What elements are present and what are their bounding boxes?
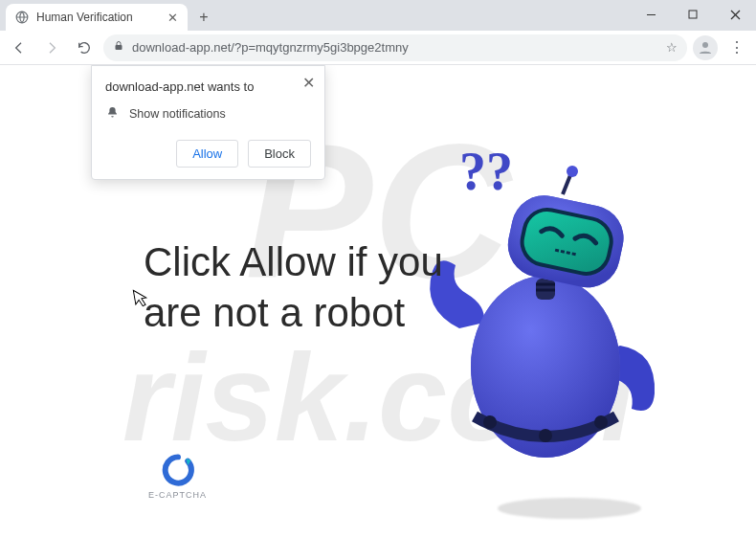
svg-line-26 — [561, 251, 565, 252]
prompt-origin-text: download-app.net wants to — [105, 79, 311, 94]
tab-title: Human Verification — [36, 11, 133, 24]
tab-close-icon[interactable]: ✕ — [167, 11, 178, 25]
allow-button[interactable]: Allow — [176, 140, 238, 168]
bookmark-star-icon[interactable]: ☆ — [666, 40, 678, 55]
page-headline: Click Allow if you are not a robot — [144, 237, 469, 338]
robot-shadow — [498, 498, 641, 519]
lock-icon — [113, 40, 124, 55]
page-content: PC risk.com ?? — [0, 65, 756, 538]
browser-titlebar: Human Verification ✕ + — [0, 0, 756, 31]
profile-avatar[interactable] — [693, 35, 718, 60]
notification-permission-prompt: ✕ download-app.net wants to Show notific… — [91, 65, 325, 180]
svg-line-27 — [567, 253, 570, 254]
svg-point-20 — [567, 166, 578, 177]
svg-rect-5 — [116, 45, 122, 50]
block-button[interactable]: Block — [248, 140, 311, 168]
address-url: download-app.net/?p=mqytgnzrmy5gi3bpge2t… — [132, 40, 409, 55]
forward-button[interactable] — [38, 34, 65, 61]
svg-line-25 — [555, 250, 559, 251]
reload-button[interactable] — [71, 34, 98, 61]
tab-favicon — [15, 11, 29, 24]
browser-menu-button[interactable]: ⋮ — [723, 38, 750, 56]
window-close-button[interactable] — [714, 0, 756, 29]
browser-toolbar: download-app.net/?p=mqytgnzrmy5gi3bpge2t… — [0, 31, 756, 65]
prompt-close-icon[interactable]: ✕ — [302, 74, 315, 92]
ecaptcha-label: E-CAPTCHA — [148, 490, 207, 500]
svg-line-19 — [563, 175, 570, 194]
svg-point-6 — [702, 42, 708, 48]
svg-point-14 — [539, 429, 552, 442]
new-tab-button[interactable]: + — [193, 7, 214, 28]
prompt-request-text: Show notifications — [129, 107, 226, 121]
window-maximize-button[interactable] — [672, 0, 714, 29]
question-marks-icon: ?? — [459, 142, 513, 201]
window-controls — [630, 0, 756, 29]
svg-rect-2 — [689, 11, 697, 18]
window-minimize-button[interactable] — [630, 0, 672, 29]
svg-point-15 — [594, 415, 608, 429]
svg-line-28 — [572, 254, 576, 255]
ecaptcha-badge: E-CAPTCHA — [148, 454, 207, 500]
address-bar[interactable]: download-app.net/?p=mqytgnzrmy5gi3bpge2t… — [103, 34, 687, 61]
bell-icon — [105, 105, 120, 123]
ecaptcha-logo-icon — [162, 454, 194, 486]
browser-tab[interactable]: Human Verification ✕ — [6, 4, 188, 31]
back-button[interactable] — [6, 34, 33, 61]
svg-point-13 — [483, 415, 497, 429]
